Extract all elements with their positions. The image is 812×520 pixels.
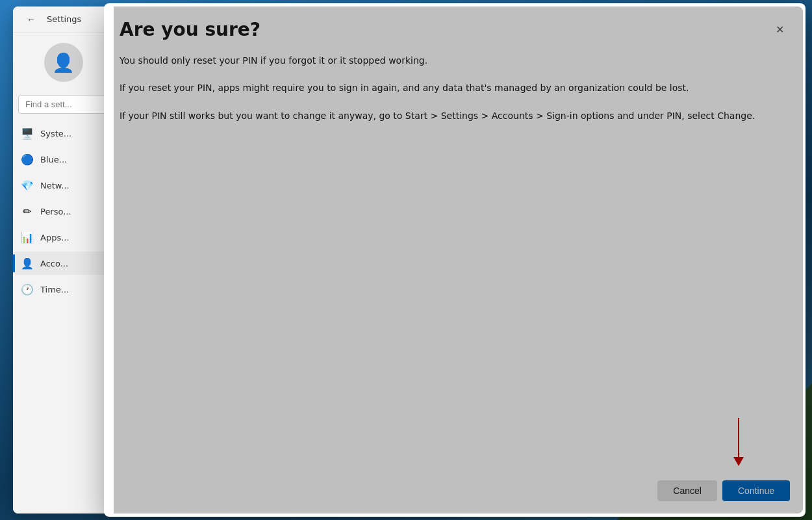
- dialog-overlay: [114, 6, 803, 514]
- sidebar-label-network: Netw...: [40, 181, 70, 190]
- sidebar-item-accounts[interactable]: 👤 Acco...: [13, 252, 114, 275]
- bluetooth-icon: 🔵: [21, 153, 34, 166]
- sidebar-item-bluetooth[interactable]: 🔵 Blue...: [13, 148, 114, 171]
- sidebar-item-time[interactable]: 🕐 Time...: [13, 278, 114, 301]
- sidebar-label-apps: Apps...: [40, 233, 70, 242]
- system-icon: 🖥️: [21, 127, 34, 140]
- sidebar-item-apps[interactable]: 📊 Apps...: [13, 226, 114, 249]
- search-input[interactable]: [18, 95, 108, 114]
- sidebar-label-accounts: Acco...: [40, 259, 68, 268]
- sidebar-item-system[interactable]: 🖥️ Syste...: [13, 122, 114, 145]
- sidebar-label-personalization: Perso...: [40, 207, 71, 216]
- network-icon: 💎: [21, 179, 34, 192]
- avatar: 👤: [44, 43, 83, 82]
- back-icon: ←: [27, 14, 36, 25]
- back-button[interactable]: ←: [21, 9, 42, 30]
- settings-title-label: Settings: [47, 14, 81, 24]
- personalization-icon: ✏️: [21, 205, 34, 218]
- sidebar-label-system: Syste...: [40, 129, 71, 138]
- user-avatar-area: 👤: [13, 43, 114, 82]
- settings-sidebar: 👤 🖥️ Syste... 🔵 Blue... 💎 Netw... ✏️ Per…: [13, 32, 114, 514]
- accounts-icon: 👤: [21, 257, 34, 270]
- avatar-icon: 👤: [52, 52, 75, 73]
- sidebar-item-network[interactable]: 💎 Netw...: [13, 174, 114, 197]
- sidebar-item-personalization[interactable]: ✏️ Perso...: [13, 200, 114, 223]
- time-icon: 🕐: [21, 283, 34, 296]
- sidebar-label-bluetooth: Blue...: [40, 155, 67, 164]
- apps-icon: 📊: [21, 231, 34, 244]
- sidebar-label-time: Time...: [40, 285, 69, 294]
